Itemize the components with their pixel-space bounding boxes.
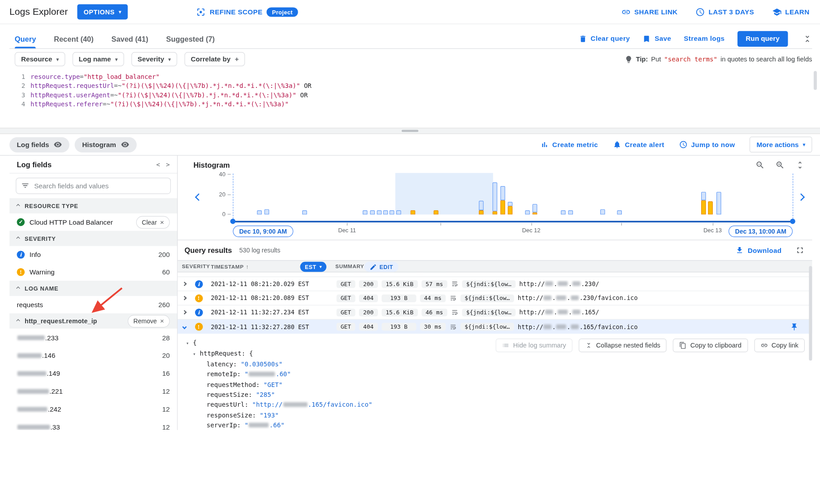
tab-suggested-7[interactable]: Suggested (7) [166, 29, 215, 48]
clear-query-button[interactable]: Clear query [578, 35, 630, 43]
query-code[interactable]: resource.type="http_load_balancer"httpRe… [30, 69, 812, 128]
histogram-bar[interactable] [533, 204, 538, 214]
histogram-bar[interactable] [708, 201, 713, 214]
fullscreen-icon[interactable] [795, 246, 805, 255]
log-fields-section-resource-type[interactable]: RESOURCE TYPE [9, 198, 177, 213]
search-fields-input[interactable] [16, 178, 171, 194]
histogram-bar[interactable] [479, 201, 484, 214]
copy-link-button[interactable]: Copy link [754, 339, 805, 352]
remote-ip-row[interactable]: .146 20 [9, 347, 177, 365]
log-field-row-info[interactable]: iInfo200 [9, 246, 177, 264]
filter-chip-resource[interactable]: Resource▾ [15, 52, 65, 66]
histogram-bar[interactable] [600, 209, 605, 215]
histogram-bar[interactable] [377, 210, 382, 214]
expand-row-icon[interactable] [178, 282, 191, 286]
remote-ip-row[interactable]: .242 12 [9, 400, 177, 418]
histogram-bar[interactable] [568, 210, 573, 214]
collapse-nested-fields-button[interactable]: Collapse nested fields [579, 339, 667, 352]
histogram-bar[interactable] [370, 210, 375, 214]
save-button[interactable]: Save [642, 35, 671, 43]
log-fields-section-severity[interactable]: SEVERITY [9, 231, 177, 246]
histogram-bar[interactable] [701, 192, 706, 214]
jump-to-now-button[interactable]: Jump to now [679, 140, 735, 149]
histogram-bar[interactable] [390, 210, 395, 214]
log-row[interactable]: i 2021-12-11 11:32:27.234 EST GET 200 15… [178, 305, 812, 320]
timezone-chip[interactable]: EST▾ [300, 262, 326, 272]
collapse-row-icon[interactable] [178, 325, 191, 328]
time-range-button[interactable]: LAST 3 DAYS [695, 7, 754, 17]
filter-chip-correlate-by[interactable]: Correlate by+ [184, 52, 245, 66]
wrap-text-icon[interactable] [451, 272, 458, 273]
histogram-bar[interactable] [434, 210, 438, 214]
log-row[interactable]: ! 2021-12-11 11:32:27.280 EST GET 404 19… [178, 320, 812, 334]
share-link-button[interactable]: SHARE LINK [621, 7, 677, 17]
refine-scope-link[interactable]: REFINE SCOPE [210, 8, 263, 16]
histogram-bar[interactable] [257, 210, 262, 214]
log-field-row-warning[interactable]: !Warning60 [9, 263, 177, 281]
histogram-bar[interactable] [383, 210, 388, 214]
query-editor[interactable]: 1234 resource.type="http_load_balancer"h… [9, 69, 812, 128]
stream-logs-button[interactable]: Stream logs [684, 35, 725, 43]
remote-ip-row[interactable]: .33 12 [9, 418, 177, 430]
scroll-right-icon[interactable] [798, 192, 804, 202]
histogram-chart[interactable]: 40200 [187, 156, 812, 240]
histogram-bar[interactable] [411, 210, 416, 214]
histogram-bar[interactable] [493, 182, 498, 215]
log-field-value-row[interactable]: ✓Cloud HTTP Load Balancer Clear× [9, 213, 177, 231]
expand-row-icon[interactable] [178, 311, 191, 314]
histogram-bar[interactable] [561, 210, 566, 214]
filter-chip-severity[interactable]: Severity▾ [131, 52, 177, 66]
collapse-query-section-icon[interactable] [803, 34, 812, 43]
wrap-text-icon[interactable] [449, 323, 456, 330]
range-start-chip[interactable]: Dec 10, 9:00 AM [233, 226, 293, 237]
options-button[interactable]: OPTIONS ▾ [77, 4, 128, 19]
tab-saved-41[interactable]: Saved (41) [111, 29, 148, 48]
histogram-bar[interactable] [265, 209, 269, 215]
remove-field-button[interactable]: Remove× [128, 315, 170, 327]
log-row-partial[interactable]: GET 200 15.6 KiB 57 ms [178, 272, 812, 277]
clear-field-button[interactable]: Clear× [136, 216, 169, 228]
log-fields-section-log-name[interactable]: LOG NAME [9, 281, 177, 296]
tab-query[interactable]: Query [15, 29, 36, 48]
run-query-button[interactable]: Run query [738, 31, 788, 47]
histogram-bar[interactable] [396, 210, 401, 214]
learn-button[interactable]: LEARN [772, 7, 810, 17]
histogram-bar[interactable] [302, 210, 307, 214]
histogram-bar[interactable] [617, 210, 622, 214]
pin-icon[interactable] [790, 322, 798, 331]
remote-ip-row[interactable]: .149 16 [9, 364, 177, 382]
log-fields-section-http-request-remote-ip[interactable]: http_request.remote_ip Remove× [9, 313, 177, 329]
results-scrollbar[interactable] [809, 266, 812, 361]
collapse-node-icon[interactable]: ▾ [193, 349, 200, 360]
wrap-text-icon[interactable] [451, 308, 458, 316]
wrap-text-icon[interactable] [451, 280, 458, 287]
histogram-bar[interactable] [500, 186, 505, 214]
time-range-track[interactable] [233, 221, 793, 222]
log-row[interactable]: ! 2021-12-11 08:21:20.089 EST GET 404 19… [178, 291, 812, 306]
scroll-left-icon[interactable] [196, 192, 201, 202]
create-alert-button[interactable]: Create alert [613, 140, 664, 149]
histogram-bar[interactable] [363, 210, 368, 214]
expand-row-icon[interactable] [178, 296, 191, 300]
more-actions-button[interactable]: More actions▾ [750, 137, 812, 152]
download-button[interactable]: Download [736, 246, 782, 255]
remote-ip-row[interactable]: .233 28 [9, 329, 177, 347]
range-handle[interactable] [790, 219, 795, 224]
editor-scrollbar[interactable] [814, 71, 817, 90]
histogram-bar[interactable] [508, 202, 513, 214]
create-metric-button[interactable]: Create metric [540, 140, 598, 149]
project-badge[interactable]: Project [267, 7, 298, 17]
wrap-text-icon[interactable] [449, 295, 456, 302]
copy-to-clipboard-button[interactable]: Copy to clipboard [673, 339, 748, 352]
log-fields-toggle-chip[interactable]: Log fields [9, 137, 69, 152]
histogram-toggle-chip[interactable]: Histogram [75, 137, 137, 152]
filter-chip-log-name[interactable]: Log name▾ [73, 52, 124, 66]
tab-recent-40[interactable]: Recent (40) [54, 29, 93, 48]
editor-resize-handle[interactable] [0, 128, 820, 134]
range-end-chip[interactable]: Dec 13, 10:00 AM [729, 226, 793, 237]
histogram-bar[interactable] [716, 192, 721, 214]
collapse-node-icon[interactable]: ▾ [186, 339, 193, 349]
collapse-panel-icon[interactable]: < > [156, 161, 171, 168]
edit-summary-button[interactable]: EDIT [364, 262, 398, 272]
log-row[interactable]: i 2021-12-11 08:21:20.029 EST GET 200 15… [178, 277, 812, 291]
